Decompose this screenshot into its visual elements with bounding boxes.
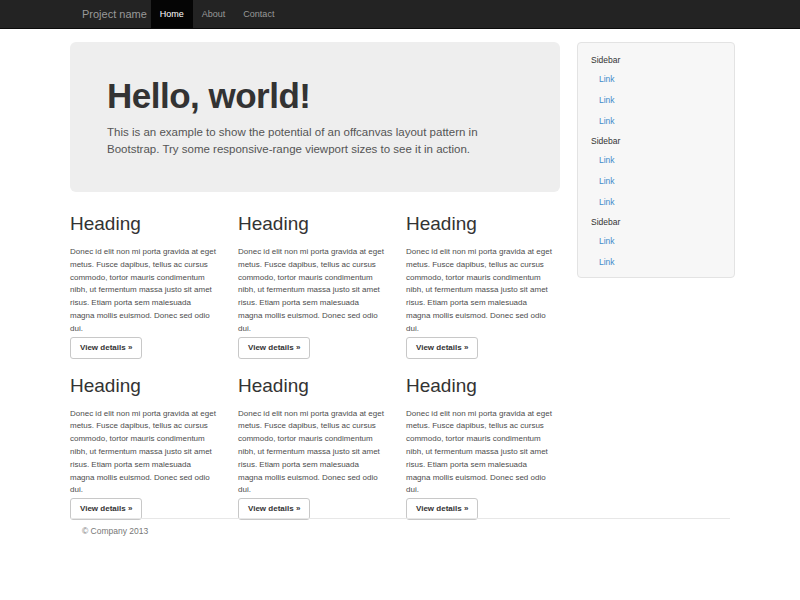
sidebar-link[interactable]: Link [578, 90, 734, 111]
card-body-line: commodo, tortor mauris condimentum [406, 272, 559, 285]
card: Heading Donec id elit non mi porta gravi… [406, 374, 559, 521]
card-body-line: magna mollis euismod. Donec sed odio [406, 310, 559, 323]
card: Heading Donec id elit non mi porta gravi… [70, 374, 223, 521]
card-heading: Heading [70, 374, 223, 398]
page: Project name Home About Contact Hello, w… [0, 0, 800, 600]
card-body-line: nibh, ut fermentum massa justo sit amet [70, 446, 223, 459]
card-body-line: commodo, tortor mauris condimentum [406, 433, 559, 446]
card-body-line: magna mollis euismod. Donec sed odio [238, 310, 391, 323]
card-body-line: nibh, ut fermentum massa justo sit amet [406, 284, 559, 297]
card-body-line: Donec id elit non mi porta gravida at eg… [70, 408, 223, 421]
sidebar-group-title: Sidebar [578, 132, 734, 150]
navbar-menu: Home About Contact [151, 0, 284, 28]
card-body-line: magna mollis euismod. Donec sed odio [70, 310, 223, 323]
card-body-line: metus. Fusce dapibus, tellus ac cursus [70, 259, 223, 272]
card-body-line: metus. Fusce dapibus, tellus ac cursus [238, 259, 391, 272]
view-details-button[interactable]: View details » [238, 337, 310, 359]
card-body-line: metus. Fusce dapibus, tellus ac cursus [238, 420, 391, 433]
view-details-button[interactable]: View details » [238, 498, 310, 520]
view-details-button[interactable]: View details » [70, 498, 142, 520]
navbar: Project name Home About Contact [0, 0, 800, 29]
sidebar-group: Sidebar LinkLinkLink [578, 51, 734, 132]
card-body-line: dui. [406, 484, 559, 497]
card-body: Donec id elit non mi porta gravida at eg… [406, 246, 559, 336]
card: Heading Donec id elit non mi porta gravi… [238, 212, 391, 359]
card-body-line: commodo, tortor mauris condimentum [238, 272, 391, 285]
card-body: Donec id elit non mi porta gravida at eg… [70, 408, 223, 498]
card-body-line: risus. Etiam porta sem malesuada [70, 459, 223, 472]
card-heading: Heading [238, 212, 391, 236]
card: Heading Donec id elit non mi porta gravi… [238, 374, 391, 521]
card-body-line: dui. [406, 323, 559, 336]
card-heading: Heading [406, 374, 559, 398]
view-details-button[interactable]: View details » [406, 498, 478, 520]
sidebar-link[interactable]: Link [578, 231, 734, 252]
card-heading: Heading [406, 212, 559, 236]
content-cards: Heading Donec id elit non mi porta gravi… [70, 212, 562, 520]
card-body-line: Donec id elit non mi porta gravida at eg… [70, 246, 223, 259]
sidebar-link[interactable]: Link [578, 111, 734, 132]
sidebar-group: Sidebar LinkLinkLink [578, 132, 734, 213]
nav-item[interactable]: About [193, 0, 235, 28]
card-body-line: Donec id elit non mi porta gravida at eg… [238, 246, 391, 259]
sidebar-links: LinkLinkLink [578, 69, 734, 132]
card-body-line: magna mollis euismod. Donec sed odio [406, 472, 559, 485]
card-body-line: Donec id elit non mi porta gravida at eg… [406, 246, 559, 259]
card-body-line: commodo, tortor mauris condimentum [70, 433, 223, 446]
sidebar-link[interactable]: Link [578, 252, 734, 273]
sidebar-link[interactable]: Link [578, 192, 734, 213]
sidebar-link[interactable]: Link [578, 69, 734, 90]
sidebar-link[interactable]: Link [578, 150, 734, 171]
card-body: Donec id elit non mi porta gravida at eg… [238, 408, 391, 498]
card-body: Donec id elit non mi porta gravida at eg… [70, 246, 223, 336]
card-body-line: metus. Fusce dapibus, tellus ac cursus [406, 259, 559, 272]
view-details-button[interactable]: View details » [406, 337, 478, 359]
card-body-line: risus. Etiam porta sem malesuada [406, 459, 559, 472]
view-details-button[interactable]: View details » [70, 337, 142, 359]
sidebar-group: Sidebar LinkLink [578, 213, 734, 273]
sidebar-link[interactable]: Link [578, 171, 734, 192]
card-body-line: commodo, tortor mauris condimentum [70, 272, 223, 285]
card-body-line: metus. Fusce dapibus, tellus ac cursus [406, 420, 559, 433]
card-body: Donec id elit non mi porta gravida at eg… [238, 246, 391, 336]
nav-item-link[interactable]: Home [151, 0, 193, 28]
card: Heading Donec id elit non mi porta gravi… [70, 212, 223, 359]
card-body-line: dui. [238, 323, 391, 336]
jumbotron-description-line: Bootstrap. Try some responsive-range vie… [107, 141, 523, 158]
navbar-brand[interactable]: Project name [82, 0, 147, 28]
card-body-line: Donec id elit non mi porta gravida at eg… [406, 408, 559, 421]
card-heading: Heading [70, 212, 223, 236]
card-heading: Heading [238, 374, 391, 398]
card-body-line: magna mollis euismod. Donec sed odio [238, 472, 391, 485]
sidebar-links: LinkLinkLink [578, 150, 734, 213]
card-body-line: risus. Etiam porta sem malesuada [238, 459, 391, 472]
card-body-line: nibh, ut fermentum massa justo sit amet [238, 446, 391, 459]
card-body-line: dui. [70, 323, 223, 336]
card-body-line: nibh, ut fermentum massa justo sit amet [238, 284, 391, 297]
card-body-line: dui. [238, 484, 391, 497]
nav-item-link[interactable]: About [193, 0, 235, 28]
card-body: Donec id elit non mi porta gravida at eg… [406, 408, 559, 498]
footer-divider [70, 518, 730, 519]
card: Heading Donec id elit non mi porta gravi… [406, 212, 559, 359]
jumbotron-description-line: This is an example to show the potential… [107, 124, 523, 141]
card-body-line: commodo, tortor mauris condimentum [238, 433, 391, 446]
nav-item[interactable]: Contact [234, 0, 283, 28]
sidebar: Sidebar LinkLinkLink Sidebar LinkLinkLin… [577, 42, 735, 278]
sidebar-links: LinkLink [578, 231, 734, 273]
jumbotron: Hello, world! This is an example to show… [70, 42, 560, 192]
card-body-line: risus. Etiam porta sem malesuada [406, 297, 559, 310]
nav-item[interactable]: Home [151, 0, 193, 28]
card-body-line: dui. [70, 484, 223, 497]
card-body-line: Donec id elit non mi porta gravida at eg… [238, 408, 391, 421]
card-body-line: metus. Fusce dapibus, tellus ac cursus [70, 420, 223, 433]
card-body-line: nibh, ut fermentum massa justo sit amet [70, 284, 223, 297]
card-body-line: risus. Etiam porta sem malesuada [238, 297, 391, 310]
jumbotron-description: This is an example to show the potential… [107, 124, 523, 158]
card-body-line: risus. Etiam porta sem malesuada [70, 297, 223, 310]
copyright: © Company 2013 [82, 526, 148, 536]
jumbotron-title: Hello, world! [107, 77, 523, 115]
nav-item-link[interactable]: Contact [234, 0, 283, 28]
card-body-line: nibh, ut fermentum massa justo sit amet [406, 446, 559, 459]
sidebar-group-title: Sidebar [578, 213, 734, 231]
